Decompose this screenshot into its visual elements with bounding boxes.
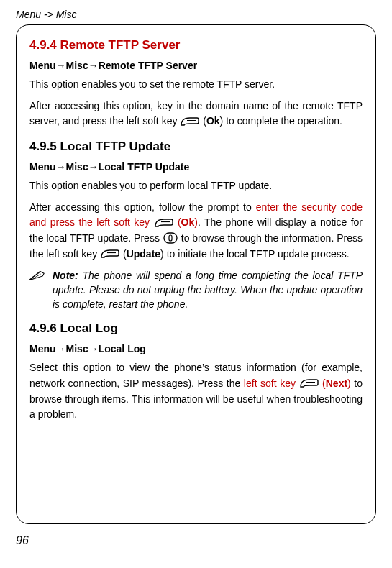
text: After accessing this option, follow the …: [29, 201, 256, 213]
path-misc: Misc: [66, 161, 88, 173]
para-496-1: Select this option to view the phone’s s…: [29, 360, 363, 423]
note-block: Note: The phone will spend a long time c…: [29, 268, 363, 312]
note-label: Note:: [53, 270, 78, 281]
path-misc: Misc: [66, 343, 88, 354]
text: (: [200, 115, 206, 127]
ok-label: Ok: [206, 115, 220, 127]
page-number: 96: [16, 534, 376, 547]
para-494-2: After accessing this option, key in the …: [29, 99, 363, 129]
para-494-1: This option enables you to set the remot…: [29, 77, 363, 93]
menu-path-496: Menu→Misc→Local Log: [29, 343, 363, 354]
soft-key-icon: [299, 377, 319, 389]
path-misc: Misc: [66, 60, 88, 71]
path-menu: Menu: [29, 343, 56, 354]
section-title-495: 4.9.5 Local TFTP Update: [29, 139, 363, 154]
menu-path-494: Menu→Misc→Remote TFTP Server: [29, 60, 363, 71]
section-title-494: 4.9.4 Remote TFTP Server: [29, 38, 363, 52]
soft-key-icon: [100, 248, 120, 260]
soft-key-icon: [180, 116, 200, 127]
text: (: [120, 248, 127, 260]
para-495-2: After accessing this option, follow the …: [29, 200, 363, 262]
soft-key-icon: [154, 217, 174, 229]
path-end: Remote TFTP Server: [99, 60, 197, 71]
note-body: The phone will spend a long time complet…: [53, 270, 363, 311]
ok-label: Ok: [181, 216, 195, 228]
page-header: Menu -> Misc: [16, 9, 376, 20]
update-label: Update: [127, 248, 160, 260]
nav-key-icon: [163, 232, 178, 244]
section-title-496: 4.9.6 Local Log: [29, 321, 363, 336]
menu-path-495: Menu→Misc→Local TFTP Update: [29, 161, 363, 173]
text: ) to initiate the local TFTP update proc…: [160, 248, 350, 260]
path-end: Local Log: [99, 343, 146, 354]
next-label: Next: [326, 377, 347, 389]
red-text: left soft key: [244, 377, 299, 389]
note-text: Note: The phone will spend a long time c…: [53, 268, 363, 312]
text: (: [319, 377, 326, 389]
text: ) to complete the operation.: [220, 115, 342, 127]
path-menu: Menu: [29, 60, 56, 71]
content-frame: 4.9.4 Remote TFTP Server Menu→Misc→Remot…: [16, 24, 376, 524]
note-icon: [29, 270, 45, 281]
text: (: [174, 216, 181, 228]
para-495-1: This option enables you to perform local…: [29, 178, 363, 194]
path-menu: Menu: [29, 161, 56, 173]
path-end: Local TFTP Update: [99, 161, 190, 173]
